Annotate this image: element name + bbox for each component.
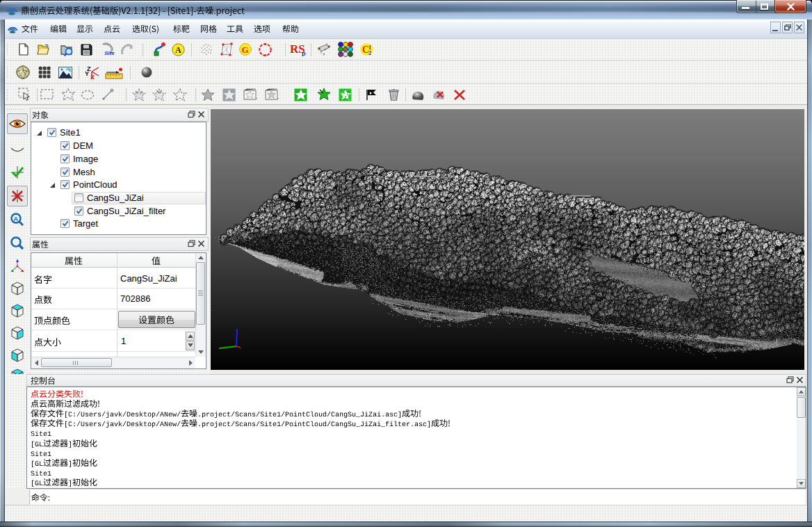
svg-text:X: X — [90, 74, 95, 80]
svg-text:G: G — [242, 44, 249, 55]
svg-text:A: A — [14, 216, 19, 222]
svg-text:Site: Site — [104, 50, 115, 56]
svg-text:A: A — [175, 45, 181, 55]
svg-text:2: 2 — [368, 50, 371, 56]
svg-text:Y: Y — [85, 70, 89, 77]
svg-text:p: p — [302, 49, 306, 56]
